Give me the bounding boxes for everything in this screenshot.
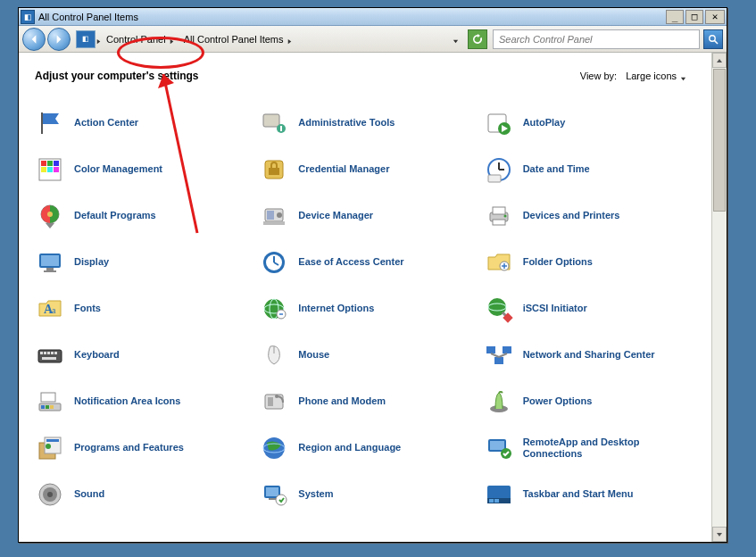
breadcrumb-all-items[interactable]: All Control Panel Items [179, 29, 297, 49]
svg-rect-10 [54, 161, 59, 166]
system-icon [259, 479, 289, 510]
svg-rect-52 [51, 352, 54, 354]
cp-item-label: Credential Manager [298, 163, 389, 175]
cp-item-label: Color Management [74, 163, 162, 175]
cp-item-label: Folder Options [523, 256, 593, 268]
internet-icon [259, 294, 289, 324]
cp-item-iscsi[interactable]: iSCSI Initiator [484, 294, 699, 324]
svg-rect-11 [41, 167, 46, 172]
autoplay-icon [484, 108, 514, 138]
cp-item-label: Notification Area Icons [74, 395, 180, 407]
cp-item-tools[interactable]: Administrative Tools [259, 108, 474, 138]
svg-rect-63 [46, 405, 49, 409]
forward-button[interactable] [47, 28, 71, 51]
phone-icon [259, 387, 289, 417]
svg-rect-32 [46, 268, 54, 270]
svg-rect-33 [44, 270, 56, 272]
cp-item-region[interactable]: Region and Language [259, 433, 474, 463]
svg-rect-51 [47, 352, 50, 354]
search-box[interactable] [493, 29, 700, 49]
search-button[interactable] [703, 29, 723, 49]
cp-item-display[interactable]: Display [35, 247, 250, 278]
cp-item-keyboard[interactable]: Keyboard [35, 340, 250, 370]
cp-item-label: Devices and Printers [523, 210, 620, 221]
cp-item-devicemgr[interactable]: Device Manager [259, 201, 474, 231]
cp-item-ease[interactable]: Ease of Access Center [259, 247, 474, 278]
refresh-button[interactable] [468, 29, 487, 49]
folder-icon [484, 247, 514, 278]
svg-rect-57 [503, 346, 511, 353]
cp-item-label: AutoPlay [523, 117, 566, 129]
scroll-up-button[interactable] [712, 53, 727, 68]
svg-point-81 [47, 492, 53, 497]
cp-item-credential[interactable]: Credential Manager [259, 154, 474, 185]
devicemgr-icon [259, 201, 289, 231]
search-input[interactable] [497, 33, 695, 46]
cp-item-taskbar[interactable]: Taskbar and Start Menu [484, 479, 699, 510]
cp-item-remote[interactable]: RemoteApp and Desktop Connections [484, 433, 699, 463]
close-button[interactable]: ✕ [705, 10, 725, 24]
cp-item-notif[interactable]: Notification Area Icons [35, 387, 250, 417]
cp-item-printers[interactable]: Devices and Printers [484, 201, 699, 231]
cp-item-label: Fonts [74, 303, 101, 314]
svg-rect-2 [41, 112, 43, 134]
svg-rect-49 [40, 352, 43, 354]
address-dropdown-icon[interactable] [453, 36, 459, 42]
iscsi-icon [484, 294, 514, 324]
svg-rect-13 [54, 167, 59, 172]
svg-line-1 [715, 40, 719, 44]
chevron-right-icon[interactable] [96, 36, 102, 42]
cp-item-phone[interactable]: Phone and Modem [259, 387, 474, 417]
chevron-right-icon[interactable] [169, 36, 175, 42]
display-icon [35, 247, 65, 278]
svg-rect-12 [47, 167, 53, 172]
notif-icon [35, 387, 65, 417]
svg-rect-9 [47, 161, 53, 166]
cp-item-autoplay[interactable]: AutoPlay [484, 108, 699, 138]
svg-rect-54 [42, 357, 56, 360]
scroll-thumb[interactable] [713, 69, 726, 212]
cp-item-clock[interactable]: Date and Time [484, 154, 699, 185]
svg-point-68 [275, 395, 278, 398]
cp-item-internet[interactable]: Internet Options [259, 294, 474, 324]
view-by-dropdown[interactable]: Large icons [622, 69, 690, 83]
chevron-right-icon[interactable] [287, 36, 293, 42]
vertical-scrollbar[interactable] [711, 53, 727, 542]
credential-icon [259, 154, 289, 185]
cp-item-defaults[interactable]: Default Programs [35, 201, 250, 231]
breadcrumb-label: All Control Panel Items [184, 34, 284, 45]
address-bar[interactable]: ◧ Control Panel All Control Panel Items [72, 29, 297, 49]
cp-item-programs[interactable]: Programs and Features [35, 433, 250, 463]
cp-item-label: Default Programs [74, 210, 156, 221]
cp-item-power[interactable]: Power Options [484, 387, 699, 417]
cp-item-mouse[interactable]: Mouse [259, 340, 474, 370]
cp-item-label: Mouse [298, 349, 329, 361]
cp-item-system[interactable]: System [259, 479, 474, 510]
cp-item-sound[interactable]: Sound [35, 479, 250, 510]
svg-line-60 [499, 353, 507, 357]
cp-item-fonts[interactable]: AaFonts [35, 294, 250, 324]
cp-item-folder[interactable]: Folder Options [484, 247, 699, 278]
region-icon [259, 433, 289, 463]
cp-item-flag[interactable]: Action Center [35, 108, 250, 138]
cp-item-label: Programs and Features [74, 442, 184, 453]
cp-item-label: System [298, 488, 333, 500]
svg-rect-84 [269, 498, 276, 500]
cp-item-label: Phone and Modem [298, 395, 386, 407]
svg-rect-8 [41, 161, 46, 166]
fonts-icon: Aa [35, 294, 65, 324]
cp-item-label: Date and Time [523, 163, 590, 175]
breadcrumb-control-panel[interactable]: Control Panel [102, 29, 179, 49]
cp-item-network[interactable]: Network and Sharing Center [484, 340, 699, 370]
svg-line-59 [491, 353, 499, 357]
clock-icon [484, 154, 514, 185]
color-icon [35, 154, 65, 185]
ease-icon [259, 247, 289, 278]
scroll-down-button[interactable] [712, 527, 727, 542]
cp-item-color[interactable]: Color Management [35, 154, 250, 185]
back-button[interactable] [22, 28, 46, 51]
svg-rect-89 [494, 499, 499, 503]
maximize-button[interactable]: □ [685, 10, 703, 24]
cp-item-label: Power Options [523, 395, 593, 407]
minimize-button[interactable]: _ [666, 10, 684, 24]
